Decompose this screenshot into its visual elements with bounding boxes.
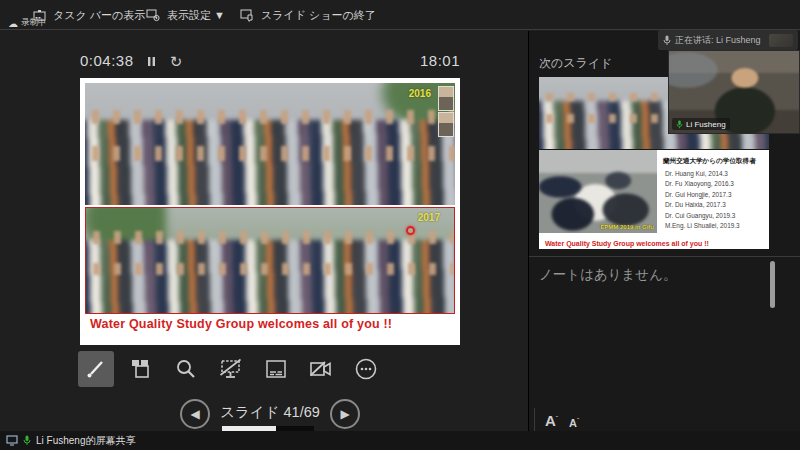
speaking-indicator-bar: 正在讲话: Li Fusheng bbox=[658, 30, 798, 50]
display-settings-icon bbox=[146, 9, 160, 22]
decrease-text-size-button[interactable]: Aˆ bbox=[569, 417, 579, 429]
end-slideshow-button[interactable]: スライド ショーの終了 bbox=[240, 0, 376, 30]
inset-portrait-photo bbox=[438, 86, 454, 111]
increase-text-size-button[interactable]: Aˆ bbox=[545, 412, 558, 429]
end-slideshow-label: スライド ショーの終了 bbox=[261, 8, 376, 23]
next-slide-button[interactable]: ▶ bbox=[330, 399, 360, 429]
see-all-slides-icon bbox=[130, 358, 152, 380]
meeting-photo: EPMM 2019 in Gifu bbox=[539, 150, 657, 233]
notes-scrollbar[interactable] bbox=[770, 261, 775, 308]
end-slideshow-icon bbox=[240, 9, 254, 22]
meeting-photo-caption: EPMM 2019 in Gifu bbox=[600, 224, 654, 230]
screen-share-label: Li Fusheng的屏幕共享 bbox=[36, 434, 135, 448]
next-slide-header: 次のスライド bbox=[539, 55, 612, 72]
group-photo-2017: 2017 bbox=[85, 207, 455, 314]
notes-divider bbox=[529, 256, 800, 257]
display-settings-label: 表示設定 ▼ bbox=[167, 8, 225, 23]
subtitles-icon bbox=[264, 358, 288, 380]
slideshow-toolbar bbox=[78, 351, 384, 387]
camera-off-icon bbox=[308, 358, 334, 380]
slide-caption-text: Water Quality Study Group welcomes all o… bbox=[90, 317, 452, 331]
black-screen-icon bbox=[219, 358, 243, 380]
graduate-item: Dr. Gui Hongjie, 2017.3 bbox=[665, 190, 769, 200]
font-buttons-divider bbox=[534, 408, 535, 432]
laser-pen-icon bbox=[85, 358, 107, 380]
screen-share-icon bbox=[6, 435, 18, 446]
show-taskbar-label: タスク バーの表示 bbox=[53, 8, 145, 23]
cloud-recording-icon: ☁ bbox=[8, 18, 18, 29]
graduate-item: Dr. Cui Guangyu, 2019.3 bbox=[665, 211, 769, 221]
more-options-icon bbox=[354, 357, 378, 381]
participant-name: Li Fusheng bbox=[686, 120, 726, 129]
see-all-slides-button[interactable] bbox=[123, 351, 159, 387]
notes-placeholder: ノートはありません。 bbox=[539, 266, 677, 284]
mic-on-icon bbox=[676, 120, 683, 129]
prev-arrow-icon: ◀ bbox=[190, 407, 199, 421]
participant-thumbnail[interactable] bbox=[769, 34, 793, 47]
subtitles-button[interactable] bbox=[258, 351, 294, 387]
graduates-list: Dr. Huang Kui, 2014.3 Dr. Fu Xiaoyong, 2… bbox=[665, 169, 769, 231]
group-photo-2016: 2016 bbox=[85, 83, 455, 205]
top-bar: ☁ 录制中 タスク バーの表示 表示設定 ▼ スライド ショーの bbox=[0, 0, 800, 30]
laser-pen-button[interactable] bbox=[78, 351, 114, 387]
screen-share-bar: Li Fusheng的屏幕共享 bbox=[0, 431, 800, 450]
restart-timer-button[interactable]: ↻ bbox=[166, 53, 186, 71]
graduate-item: Dr. Huang Kui, 2014.3 bbox=[665, 169, 769, 179]
camera-off-button[interactable] bbox=[303, 351, 339, 387]
current-time: 18:01 bbox=[404, 52, 460, 69]
black-screen-button[interactable] bbox=[213, 351, 249, 387]
previous-slide-button[interactable]: ◀ bbox=[180, 399, 210, 429]
speaking-label: 正在讲话: Li Fusheng bbox=[675, 34, 761, 47]
more-options-button[interactable] bbox=[348, 351, 384, 387]
magnifier-icon bbox=[175, 358, 197, 380]
graduate-item: Dr. Fu Xiaoyong, 2016.3 bbox=[665, 179, 769, 189]
elapsed-timer: 0:04:38 bbox=[80, 52, 134, 69]
next-slide-caption: Water Quality Study Group welcomes all o… bbox=[545, 240, 767, 247]
presenter-view-window: ☁ 录制中 タスク バーの表示 表示設定 ▼ スライド ショーの bbox=[0, 0, 800, 450]
inset-portrait-photo bbox=[438, 112, 454, 137]
year-label-2017: 2017 bbox=[418, 212, 440, 223]
taskbar-icon bbox=[33, 9, 46, 22]
year-label-2016: 2016 bbox=[409, 88, 431, 99]
display-settings-button[interactable]: 表示設定 ▼ bbox=[146, 0, 225, 30]
participant-nametag: Li Fusheng bbox=[672, 118, 730, 130]
next-slide-title: 蘭州交通大学からの学位取得者 bbox=[663, 157, 767, 166]
current-slide[interactable]: 2016 2017 Water Quality Study Group welc… bbox=[80, 78, 460, 345]
graduate-item: Dr. Du Haixia, 2017.3 bbox=[665, 200, 769, 210]
slide-counter: スライド 41/69 bbox=[215, 403, 325, 422]
pause-timer-button[interactable] bbox=[141, 53, 161, 71]
show-taskbar-button[interactable]: タスク バーの表示 bbox=[33, 0, 145, 30]
microphone-icon bbox=[663, 35, 671, 46]
next-slide-thumbnail[interactable]: EPMM 2019 in Gifu 蘭州交通大学からの学位取得者 Dr. Hua… bbox=[539, 150, 769, 249]
mic-active-icon bbox=[23, 435, 31, 446]
pause-icon bbox=[147, 56, 156, 67]
restart-icon: ↻ bbox=[170, 53, 183, 70]
graduate-item: M.Eng. Li Shuailei, 2019.3 bbox=[665, 221, 769, 231]
next-arrow-icon: ▶ bbox=[340, 407, 349, 421]
laser-pointer-dot bbox=[406, 226, 415, 235]
webcam-video[interactable]: Li Fusheng bbox=[668, 50, 800, 134]
zoom-slide-button[interactable] bbox=[168, 351, 204, 387]
